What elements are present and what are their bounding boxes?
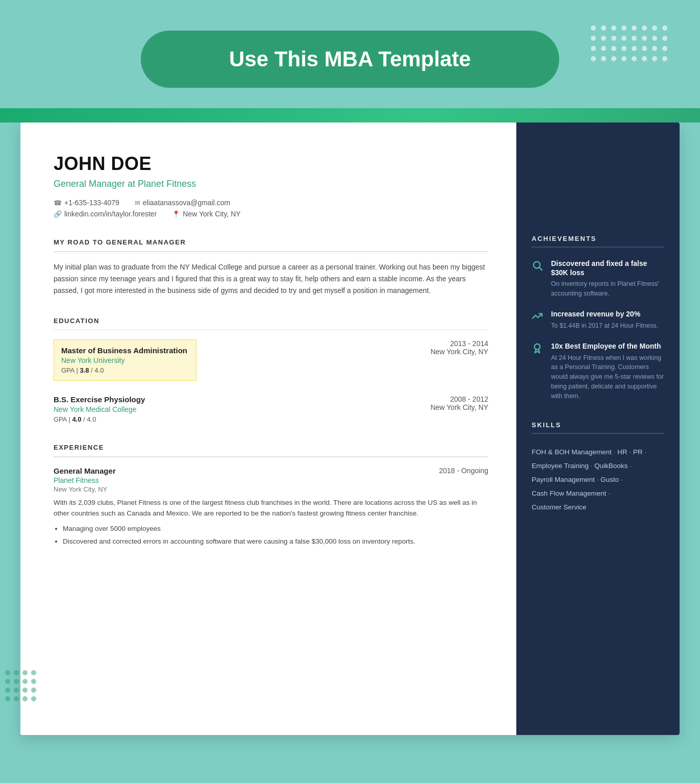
achievement-desc-1: To $1.44B in 2017 at 24 Hour Fitness.	[551, 321, 658, 331]
phone-icon: ☎	[54, 199, 62, 207]
resume-wrapper: JOHN DOE General Manager at Planet Fitne…	[20, 123, 680, 735]
left-panel: JOHN DOE General Manager at Planet Fitne…	[20, 123, 516, 735]
achievement-title-1: Increased revenue by 20%	[551, 309, 658, 319]
svg-point-2	[535, 344, 540, 350]
edu-left-0: Master of Business Administration New Yo…	[54, 339, 420, 383]
achievements-section-title: ACHIEVEMENTS	[532, 235, 664, 242]
award-icon	[532, 342, 545, 356]
dots-decoration-top	[591, 26, 669, 63]
contact-row-2: 🔗 linkedin.com/in/taylor.forester 📍 New …	[54, 210, 488, 218]
exp-bullet-0-0: Managing over 5000 employees	[63, 523, 488, 535]
contact-row-1: ☎ +1-635-133-4079 ✉ eliaatanassova@gmail…	[54, 199, 488, 207]
summary-text: My initial plan was to graduate from the…	[54, 261, 488, 297]
experience-section: EXPERIENCE General Manager 2018 - Ongoin…	[54, 444, 488, 548]
skill-payroll: Payroll Management	[532, 476, 595, 483]
exp-location-0: New York City, NY	[54, 485, 488, 493]
edu-degree-1: B.S. Exercise Physiology	[54, 395, 420, 404]
achievement-item-0: Discovered and fixed a false $30K loss O…	[532, 259, 664, 299]
contact-phone: ☎ +1-635-133-4079	[54, 199, 119, 207]
experience-divider	[54, 456, 488, 457]
candidate-title: General Manager at Planet Fitness	[54, 179, 488, 189]
contact-email: ✉ eliaatanassova@gmail.com	[135, 199, 230, 207]
skills-section-title: SKILLS	[532, 421, 664, 429]
skill-cashflow: Cash Flow Management	[532, 490, 606, 497]
summary-divider	[54, 251, 488, 252]
candidate-header: JOHN DOE General Manager at Planet Fitne…	[54, 153, 488, 218]
edu-gpa-0: GPA | 3.8 / 4.0	[61, 366, 189, 374]
exp-company-0: Planet Fitness	[54, 476, 488, 484]
achievement-content-0: Discovered and fixed a false $30K loss O…	[551, 259, 664, 299]
achievement-desc-0: On inventory reports in Planet Fitness' …	[551, 279, 664, 299]
edu-years-0: 2013 - 2014	[431, 339, 488, 348]
right-panel: ACHIEVEMENTS Discovered and fixed a fals…	[516, 123, 680, 735]
link-icon: 🔗	[54, 210, 62, 218]
summary-section-title: MY ROAD TO GENERAL MANAGER	[54, 238, 488, 246]
achievement-content-2: 10x Best Employee of the Month At 24 Hou…	[551, 341, 664, 401]
exp-dates-0: 2018 - Ongoing	[439, 467, 488, 475]
edu-left-1: B.S. Exercise Physiology New York Medica…	[54, 395, 420, 423]
exp-bullets-0: Managing over 5000 employees Discovered …	[54, 523, 488, 548]
skill-customer-service: Customer Service	[532, 503, 586, 511]
skills-section: SKILLS FOH & BOH Management · HR · PR · …	[532, 421, 664, 514]
contact-linkedin: 🔗 linkedin.com/in/taylor.forester	[54, 210, 157, 218]
summary-section: MY ROAD TO GENERAL MANAGER My initial pl…	[54, 238, 488, 297]
achievement-content-1: Increased revenue by 20% To $1.44B in 20…	[551, 309, 658, 330]
exp-title-0: General Manager	[54, 467, 116, 475]
skill-hr: HR	[617, 448, 628, 456]
edu-right-0: 2013 - 2014 New York City, NY	[420, 339, 488, 383]
location-icon: 📍	[172, 210, 180, 218]
top-banner: Use This MBA Template	[0, 0, 700, 108]
edu-location-0: New York City, NY	[431, 348, 488, 356]
skill-pr: PR	[633, 448, 643, 456]
exp-header-0: General Manager 2018 - Ongoing	[54, 467, 488, 475]
skill-quikbooks: QuikBooks	[594, 462, 628, 470]
achievement-desc-2: At 24 Hour Fitness when I was working as…	[551, 353, 664, 401]
resume-outer: JOHN DOE General Manager at Planet Fitne…	[0, 123, 700, 766]
achievement-title-0: Discovered and fixed a false $30K loss	[551, 259, 664, 277]
stripe-decoration	[0, 108, 700, 123]
candidate-name: JOHN DOE	[54, 153, 488, 175]
edu-highlight-box: Master of Business Administration New Yo…	[54, 339, 196, 381]
edu-gpa-1: GPA | 4.0 / 4.0	[54, 415, 420, 423]
skills-text: FOH & BOH Management · HR · PR · Employe…	[532, 445, 664, 514]
trending-up-icon	[532, 310, 545, 324]
education-entry-0: Master of Business Administration New Yo…	[54, 339, 488, 383]
exp-bullet-0-1: Discovered and corrected errors in accou…	[63, 536, 488, 548]
skills-divider	[532, 433, 664, 434]
education-entry-1: B.S. Exercise Physiology New York Medica…	[54, 395, 488, 423]
experience-entry-0: General Manager 2018 - Ongoing Planet Fi…	[54, 467, 488, 548]
skill-employee-training: Employee Training	[532, 462, 589, 470]
contact-location: 📍 New York City, NY	[172, 210, 240, 218]
education-section-title: EDUCATION	[54, 317, 488, 325]
email-icon: ✉	[135, 199, 140, 207]
achievement-title-2: 10x Best Employee of the Month	[551, 341, 664, 351]
experience-section-title: EXPERIENCE	[54, 444, 488, 451]
edu-years-1: 2008 - 2012	[431, 395, 488, 403]
education-divider	[54, 330, 488, 331]
edu-school-0: New York University	[61, 356, 189, 364]
education-section: EDUCATION Master of Business Administrat…	[54, 317, 488, 424]
skill-foh-boh: FOH & BOH Management	[532, 448, 612, 456]
edu-location-1: New York City, NY	[431, 403, 488, 411]
use-template-button[interactable]: Use This MBA Template	[141, 31, 559, 88]
exp-description-0: With its 2,039 clubs, Planet Fitness is …	[54, 497, 488, 519]
edu-degree-0: Master of Business Administration	[61, 346, 189, 355]
svg-line-1	[539, 267, 542, 270]
achievement-item-1: Increased revenue by 20% To $1.44B in 20…	[532, 309, 664, 330]
achievement-item-2: 10x Best Employee of the Month At 24 Hou…	[532, 341, 664, 401]
achievements-divider	[532, 247, 664, 248]
search-icon	[532, 260, 545, 273]
edu-school-1: New York Medical College	[54, 405, 420, 413]
edu-right-1: 2008 - 2012 New York City, NY	[420, 395, 488, 423]
skill-gusto: Gusto	[601, 476, 619, 483]
dots-decoration-bottom	[0, 665, 42, 742]
